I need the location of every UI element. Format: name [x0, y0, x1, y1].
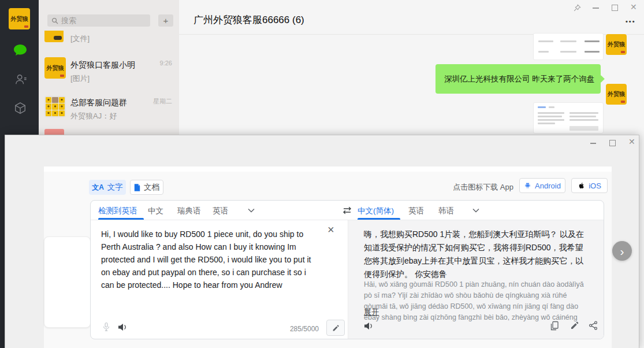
list-item-time: 星期二: [146, 97, 172, 106]
document-icon: [134, 184, 140, 191]
active-tab-underline: [358, 218, 400, 220]
tab-text-translate[interactable]: 文A 文字: [89, 180, 126, 195]
pin-icon[interactable]: [573, 4, 581, 14]
page-top: [44, 166, 612, 172]
search-placeholder: 搜索: [61, 16, 76, 26]
copy-icon[interactable]: [550, 321, 559, 331]
translator-window: ✕ 文A 文字 文档 点击图标下载 App Android iOS: [5, 135, 639, 348]
microphone-icon[interactable]: [102, 322, 110, 332]
avatar-text: 外贸狼: [608, 90, 625, 98]
source-lang-tab[interactable]: 中文: [148, 206, 163, 216]
share-icon[interactable]: [589, 321, 598, 330]
edit-icon[interactable]: [570, 321, 579, 330]
chat-title: 广州外贸狼客服66666 (6): [193, 13, 304, 27]
maximize-icon[interactable]: [609, 140, 616, 146]
expand-link[interactable]: 展开: [364, 307, 379, 317]
source-lang-tab[interactable]: 英语: [213, 206, 228, 216]
list-item-title: 外贸狼口客服小明: [70, 60, 135, 71]
button-label: iOS: [589, 182, 601, 190]
source-lang-detected[interactable]: 检测到英语: [98, 206, 137, 216]
tab-label: 文档: [144, 182, 159, 192]
source-lang-tab[interactable]: 瑞典语: [177, 206, 201, 216]
tab-label: 文字: [107, 182, 123, 192]
image-message[interactable]: [533, 33, 604, 60]
minimize-icon[interactable]: [593, 8, 599, 9]
message-text: 深圳亿上光科技有限公司 昨天来了两个询盘: [444, 74, 594, 84]
pinyin-text: Hāi, wǒ xiǎng gòumǎi RD500 1 piàn zhuāng…: [364, 279, 590, 323]
message-area: 外贸狼 深圳亿上光科技有限公司 昨天来了两个询盘 外贸狼 外贸狼: [179, 35, 644, 135]
avatar-text: 外贸狼: [11, 15, 28, 23]
contacts-icon[interactable]: [14, 73, 27, 88]
apple-icon: [578, 182, 585, 190]
tab-doc-translate[interactable]: 文档: [130, 180, 163, 195]
image-message[interactable]: [533, 102, 604, 134]
next-button[interactable]: ›: [612, 241, 632, 261]
target-lang-tab-active[interactable]: 中文(简体): [358, 206, 394, 216]
translate-panel: 检测到英语 中文 瑞典语 英语 中文(简体) 英语 韩语 Hi, I would…: [90, 200, 604, 339]
more-icon[interactable]: •••: [626, 18, 636, 25]
list-item[interactable]: 总部客服问题群 星期二 外贸狼AJ：好: [39, 90, 179, 128]
target-lang-tab[interactable]: 英语: [408, 206, 424, 216]
avatar-text: 外贸狼: [608, 40, 625, 49]
group-avatar: [44, 96, 66, 117]
download-hint: 点击图标下载 App: [410, 182, 513, 192]
clear-icon[interactable]: ×: [327, 224, 334, 235]
minimize-icon[interactable]: [590, 143, 596, 144]
avatar[interactable]: 外贸狼: [9, 8, 30, 29]
moments-cube-icon[interactable]: [14, 102, 27, 117]
active-tab-underline: [98, 218, 144, 220]
avatar: [44, 31, 64, 42]
maximize-icon[interactable]: [612, 5, 618, 11]
list-item-subtitle: 外贸狼AJ：好: [70, 111, 117, 121]
search-icon: [51, 17, 58, 24]
chevron-down-icon[interactable]: [248, 208, 255, 213]
chats-icon[interactable]: [13, 44, 27, 59]
pencil-icon: [332, 324, 340, 332]
search-input[interactable]: 搜索: [47, 14, 150, 27]
avatar-text: 外贸狼: [47, 64, 64, 72]
swap-languages-icon[interactable]: [341, 206, 353, 214]
button-label: Android: [535, 182, 561, 190]
divider: [348, 220, 348, 339]
list-item-time: 9:26: [151, 60, 172, 66]
chat-header: 广州外贸狼客服66666 (6) ✕ •••: [179, 0, 644, 35]
list-item-subtitle: [文件]: [70, 34, 90, 44]
avatar: 外贸狼: [44, 57, 66, 79]
plus-icon: +: [163, 16, 169, 25]
close-icon[interactable]: ✕: [630, 3, 637, 11]
chevron-down-icon[interactable]: [472, 208, 479, 213]
ios-button[interactable]: iOS: [571, 178, 608, 193]
chevron-right-icon: ›: [620, 245, 624, 257]
list-item-title: 总部客服问题群: [70, 98, 127, 108]
screen: 外贸狼 搜索 + [文件] 外贸狼 外贸狼口客服小明: [0, 0, 644, 348]
android-button[interactable]: Android: [519, 178, 565, 193]
list-item[interactable]: [文件]: [39, 28, 179, 51]
translation-text: 嗨，我想购买RD500 1片装，您船到澳大利亚珀斯吗？ 以及在知道我受保护的情况…: [364, 228, 585, 281]
side-card: [44, 236, 91, 328]
add-chat-button[interactable]: +: [158, 14, 173, 27]
char-count: 285/5000: [261, 325, 319, 333]
list-item[interactable]: 外贸狼 外贸狼口客服小明 9:26 [图片]: [39, 51, 179, 91]
source-text-input[interactable]: Hi, I would like to buy RD500 1 piece un…: [101, 228, 316, 291]
speaker-icon[interactable]: [118, 323, 128, 331]
target-lang-tab[interactable]: 韩语: [438, 206, 454, 216]
avatar: [44, 129, 64, 135]
avatar[interactable]: 外贸狼: [606, 34, 627, 55]
edit-source-button[interactable]: [326, 320, 345, 336]
avatar[interactable]: 外贸狼: [606, 84, 627, 105]
text-message-bubble[interactable]: 深圳亿上光科技有限公司 昨天来了两个询盘: [435, 64, 601, 94]
list-item-subtitle: [图片]: [70, 73, 90, 84]
translate-icon: 文A: [92, 183, 104, 192]
speaker-icon[interactable]: [364, 322, 374, 330]
close-icon[interactable]: ✕: [628, 138, 635, 146]
android-icon: [524, 182, 531, 190]
avatar-badge: [54, 36, 62, 40]
